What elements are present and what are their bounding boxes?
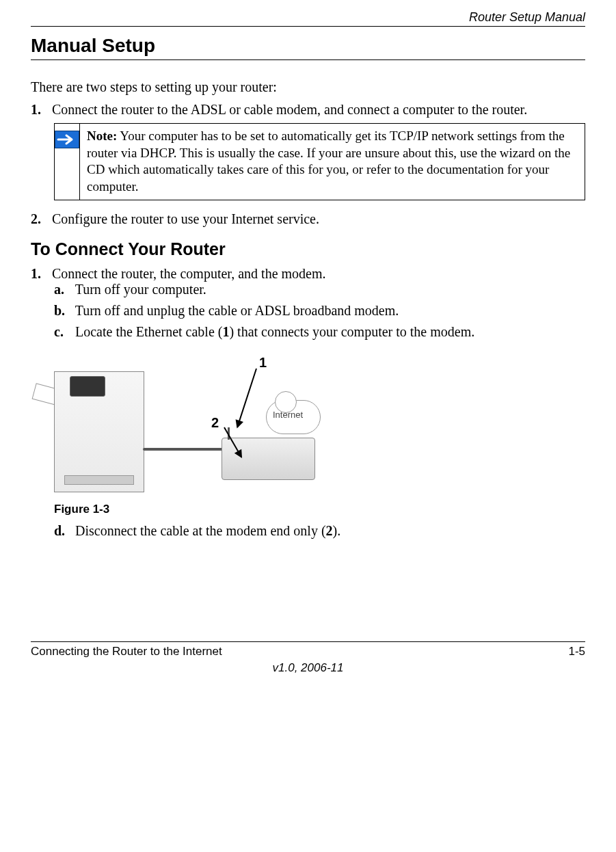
footer-version: v1.0, 2006-11 [31, 661, 585, 675]
step-2: 2. Configure the router to use your Inte… [31, 211, 585, 227]
subsection-title: To Connect Your Router [31, 239, 585, 259]
sub-step-c: c. Locate the Ethernet cable (1) that co… [54, 324, 585, 340]
sub-b-text: Turn off and unplug the cable or ADSL br… [75, 303, 399, 318]
sub-step-1: 1. Connect the router, the computer, and… [31, 266, 585, 539]
section-rule [31, 59, 585, 60]
sub-step-b: b. Turn off and unplug the cable or ADSL… [54, 303, 585, 319]
sub-step-1-text: Connect the router, the computer, and th… [52, 266, 326, 281]
sub-d-marker: d. [54, 523, 72, 539]
step-1: 1. Connect the router to the ADSL or cab… [31, 102, 585, 200]
callout-2: 2 [211, 415, 219, 431]
arrow-1-icon [237, 368, 257, 427]
section-title: Manual Setup [31, 35, 585, 57]
sub-a-marker: a. [54, 282, 72, 297]
sub-step-a: a. Turn off your computer. [54, 282, 585, 297]
step-1-marker: 1. [31, 102, 49, 118]
note-box: Note: Your computer has to be set to aut… [54, 123, 585, 200]
cloud-label: Internet [273, 410, 303, 420]
doc-header-title: Router Setup Manual [31, 10, 585, 25]
step-2-text: Configure the router to use your Interne… [52, 211, 319, 226]
callout-1: 1 [259, 355, 267, 371]
figure-caption: Figure 1-3 [54, 503, 585, 516]
section-intro: There are two steps to setting up your r… [31, 79, 585, 95]
note-label: Note: [87, 129, 117, 143]
sub-d-bold: 2 [326, 523, 333, 538]
computer-icon [54, 371, 144, 492]
footer-left: Connecting the Router to the Internet [31, 645, 222, 658]
sub-step-1-marker: 1. [31, 266, 49, 282]
step-2-marker: 2. [31, 211, 49, 227]
sub-d-text-pre: Disconnect the cable at the modem end on… [75, 523, 326, 538]
figure-1-3: Internet 1 2 Figure 1-3 [54, 352, 585, 516]
note-icon-cell [55, 124, 80, 200]
figure-image: Internet 1 2 [54, 352, 327, 496]
sub-c-text-post: ) that connects your computer to the mod… [229, 324, 474, 339]
step-1-text: Connect the router to the ADSL or cable … [52, 102, 527, 117]
footer-page-number: 1-5 [568, 645, 585, 658]
sub-c-bold: 1 [222, 324, 229, 339]
footer-row: Connecting the Router to the Internet 1-… [31, 645, 585, 658]
arrow-right-icon [55, 131, 79, 148]
header-rule [31, 26, 585, 27]
footer-rule [31, 641, 585, 642]
sub-c-marker: c. [54, 324, 72, 340]
sub-step-d: d. Disconnect the cable at the modem end… [54, 523, 585, 539]
sub-c-text-pre: Locate the Ethernet cable ( [75, 324, 222, 339]
modem-icon [222, 438, 315, 480]
sub-d-text-post: ). [333, 523, 341, 538]
note-text: Note: Your computer has to be set to aut… [80, 124, 585, 200]
sub-b-marker: b. [54, 303, 72, 319]
sub-a-text: Turn off your computer. [75, 282, 206, 297]
note-body: Your computer has to be set to automatic… [87, 129, 570, 194]
